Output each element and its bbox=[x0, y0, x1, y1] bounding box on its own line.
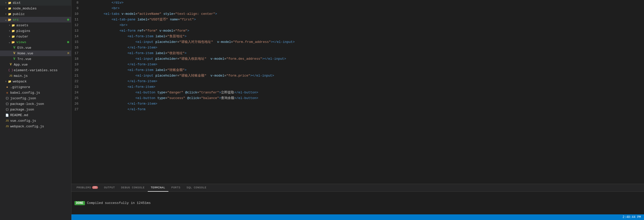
sidebar-item-label: src bbox=[13, 18, 67, 22]
sidebar-item-label: webpack.config.js bbox=[10, 125, 71, 128]
folder-icon: 📁 bbox=[8, 6, 12, 10]
code-line: <el-form ref="form" v-model="form"> bbox=[88, 28, 644, 34]
code-line: <el-form-item label="收款地址"> bbox=[88, 51, 644, 56]
line-number: 15 bbox=[75, 39, 83, 45]
status-time: 2:40:44 PM bbox=[623, 215, 641, 219]
chevron-right-icon: › bbox=[9, 30, 10, 32]
sidebar-item-label: views bbox=[16, 40, 67, 44]
js-file-icon: ⚙ bbox=[5, 91, 9, 95]
sidebar-item-src[interactable]: ⌄ 📂 src bbox=[0, 17, 71, 22]
gitignore-icon: ◆ bbox=[5, 85, 9, 89]
line-number: 11 bbox=[75, 17, 83, 22]
tab-debug-console[interactable]: DEBUG CONSOLE bbox=[118, 184, 147, 192]
sidebar-item-gitignore[interactable]: ◆ .gitignore bbox=[0, 84, 71, 90]
line-number: 24 bbox=[75, 90, 83, 95]
chevron-down-icon: ⌄ bbox=[5, 18, 7, 21]
line-number: 19 bbox=[75, 62, 83, 67]
line-number: 22 bbox=[75, 79, 83, 84]
sidebar-item-main-js[interactable]: JS main.js bbox=[0, 73, 71, 79]
folder-icon: 📁 bbox=[8, 79, 12, 83]
vue-file-icon: V bbox=[12, 46, 16, 50]
code-line: <el-tabs v-model="activeName" style="tex… bbox=[88, 11, 644, 17]
line-number: 21 bbox=[75, 73, 83, 79]
sidebar-item-dist[interactable]: › 📁 dist bbox=[0, 0, 71, 6]
js-file-icon: JS bbox=[5, 119, 9, 123]
problems-badge: 23 bbox=[92, 186, 98, 189]
vue-file-icon: V bbox=[12, 57, 16, 61]
code-line: </el-form-item> bbox=[88, 79, 644, 84]
code-line: <el-button type="success" @click="balanc… bbox=[88, 95, 644, 101]
sidebar-item-package-lock[interactable]: {} package-lock.json bbox=[0, 101, 71, 107]
chevron-down-icon: ⌄ bbox=[9, 41, 10, 44]
sidebar-item-webpack-config[interactable]: JS webpack.config.js bbox=[0, 124, 71, 129]
sidebar-item-assets[interactable]: › 📁 assets bbox=[0, 22, 71, 28]
line-number: 20 bbox=[75, 67, 83, 73]
tab-terminal[interactable]: TERMINAL bbox=[148, 184, 168, 192]
sidebar-item-app-vue[interactable]: V App.vue bbox=[0, 62, 71, 67]
json-file-icon: {} bbox=[5, 107, 9, 112]
sidebar-item-label: package.json bbox=[10, 108, 71, 112]
code-line: </div> bbox=[88, 0, 644, 6]
sidebar-item-eth-vue[interactable]: V Eth.vue bbox=[0, 45, 71, 51]
sidebar-item-package-json[interactable]: {} package.json bbox=[0, 107, 71, 112]
line-number: 13 bbox=[75, 28, 83, 34]
tab-output[interactable]: OUTPUT bbox=[101, 184, 118, 192]
panel-tabs: PROBLEMS 23 OUTPUT DEBUG CONSOLE TERMINA… bbox=[71, 184, 644, 192]
code-line: <el-input placeholder="请输入收款地址" v-model=… bbox=[88, 56, 644, 62]
status-bar: 2:40:44 PM bbox=[71, 214, 644, 220]
sidebar-item-node-modules[interactable]: › 📁 node_modules bbox=[0, 6, 71, 11]
sidebar-item-element-variables[interactable]: { } element-variables.scss bbox=[0, 67, 71, 73]
sidebar-item-label: element-variables.scss bbox=[14, 68, 71, 72]
js-file-icon: JS bbox=[5, 124, 9, 128]
sidebar-item-public[interactable]: › 📁 public bbox=[0, 11, 71, 17]
line-number: 18 bbox=[75, 56, 83, 62]
line-number: 27 bbox=[75, 107, 83, 112]
code-line: </el-form bbox=[88, 107, 644, 112]
line-number: 12 bbox=[75, 22, 83, 28]
sidebar-item-label: public bbox=[13, 12, 71, 16]
folder-icon: 📁 bbox=[8, 1, 12, 5]
code-line: <el-input placeholder="请输入对方钱包地址" v-mode… bbox=[88, 39, 644, 45]
sidebar-item-router[interactable]: › 📁 router bbox=[0, 34, 71, 39]
line-number: 25 bbox=[75, 95, 83, 101]
chevron-right-icon: › bbox=[5, 2, 7, 4]
tab-sql-console[interactable]: SQL CONSOLE bbox=[183, 184, 209, 192]
sidebar-item-home-vue[interactable]: V Home.vue M bbox=[0, 51, 71, 56]
code-line: <br> bbox=[88, 22, 644, 28]
code-line: <el-button type="danger" @click="transfe… bbox=[88, 90, 644, 95]
line-number: 23 bbox=[75, 84, 83, 90]
sidebar-item-label: App.vue bbox=[14, 63, 71, 67]
chevron-right-icon: › bbox=[9, 35, 10, 38]
code-editor[interactable]: 89101112131415161718192021222324252627 <… bbox=[71, 0, 644, 184]
sidebar-item-trc-vue[interactable]: V Trc.vue bbox=[0, 56, 71, 62]
sidebar-item-label: main.js bbox=[14, 74, 71, 78]
modified-badge bbox=[67, 19, 69, 21]
sidebar-item-jsconfig[interactable]: {} jsconfig.json bbox=[0, 95, 71, 101]
sidebar-item-label: node_modules bbox=[13, 7, 71, 10]
line-number: 17 bbox=[75, 51, 83, 56]
sidebar-item-babel-config[interactable]: ⚙ babel.config.js bbox=[0, 90, 71, 95]
sidebar-item-label: Trc.vue bbox=[17, 57, 71, 61]
sidebar-item-label: babel.config.js bbox=[10, 91, 71, 95]
folder-icon: 📁 bbox=[11, 23, 15, 27]
tab-problems[interactable]: PROBLEMS 23 bbox=[73, 184, 101, 192]
terminal-message: Compiled successfully in 12451ms bbox=[87, 201, 151, 205]
folder-icon: 📁 bbox=[11, 34, 15, 39]
line-number: 26 bbox=[75, 101, 83, 107]
bottom-panel: PROBLEMS 23 OUTPUT DEBUG CONSOLE TERMINA… bbox=[71, 184, 644, 214]
chevron-right-icon: › bbox=[5, 80, 7, 83]
code-line: </el-form-item> bbox=[88, 62, 644, 67]
sidebar-item-webpack[interactable]: › 📁 webpack bbox=[0, 79, 71, 84]
sidebar-item-label: Home.vue bbox=[17, 52, 67, 55]
sidebar-item-views[interactable]: ⌄ 📂 views bbox=[0, 39, 71, 45]
sidebar-item-label: assets bbox=[16, 23, 71, 27]
sidebar-item-readme[interactable]: 📄 README.md bbox=[0, 112, 71, 118]
json-file-icon: {} bbox=[5, 96, 9, 100]
code-content: </div> <br> <el-tabs v-model="activeName… bbox=[86, 0, 644, 184]
line-number: 16 bbox=[75, 45, 83, 51]
sidebar-item-vue-config[interactable]: JS vue.config.js bbox=[0, 118, 71, 124]
tab-ports[interactable]: PORTS bbox=[168, 184, 184, 192]
sidebar-item-plugins[interactable]: › 📁 plugins bbox=[0, 28, 71, 34]
line-number: 14 bbox=[75, 34, 83, 39]
line-number: 10 bbox=[75, 11, 83, 17]
